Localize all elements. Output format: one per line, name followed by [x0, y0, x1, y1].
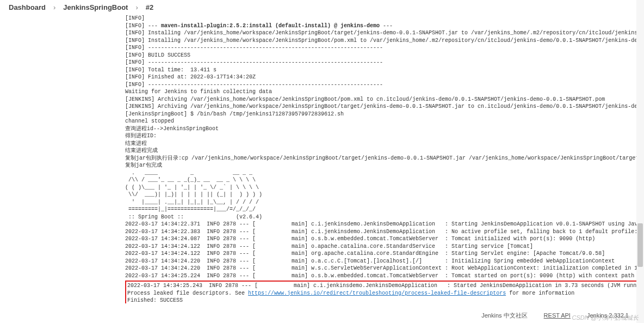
console-line: [INFO] Total time: 13.411 s [125, 66, 640, 74]
console-line: =========|_|==============|___/=/_/_/_/ [125, 206, 640, 214]
console-line: 查询进程id-->JenkinsSpringBoot [125, 125, 640, 133]
console-line: Finished: SUCCESS [127, 297, 644, 303]
breadcrumb-dashboard[interactable]: Dashboard [9, 3, 46, 11]
console-line: . ____ _ __ _ _ [125, 169, 640, 177]
console-line: channel stopped [125, 118, 640, 125]
footer-community-link[interactable]: Jenkins 中文社区 [481, 312, 527, 320]
console-line: ( ( )\___ | '_ | '_| | '_ \/ _` | \ \ \ … [125, 184, 640, 192]
console-line: 复制jar包完成 [125, 162, 640, 169]
breadcrumb-build[interactable]: #2 [146, 3, 153, 11]
console-line: [JenkinsSpringBoot] $ /bin/bash /tmp/jen… [125, 111, 640, 118]
console-line: [INFO] [125, 15, 640, 22]
page-footer: Jenkins 中文社区 REST API Jenkins 2.332.1 [481, 312, 629, 320]
console-line: 结束进程 [125, 140, 640, 148]
console-line: [INFO] Installing /var/jenkins_home/work… [125, 29, 640, 37]
console-line: :: Spring Boot :: (v2.6.4) [125, 214, 640, 221]
console-line: 2022-03-17 14:34:24.087 INFO 2878 --- [ … [125, 235, 640, 243]
console-output-region: [INFO][INFO] --- maven-install-plugin:2.… [0, 15, 644, 303]
console-line: [INFO] Installing /var/jenkins_home/work… [125, 37, 640, 45]
console-line: 2022-03-17 14:34:25.243 INFO 2878 --- [ … [127, 282, 644, 290]
console-line: 2022-03-17 14:34:25.224 INFO 2878 --- [ … [125, 272, 640, 280]
footer-version: Jenkins 2.332.1 [587, 312, 629, 319]
highlighted-result-box: 2022-03-17 14:34:25.243 INFO 2878 --- [ … [125, 281, 644, 303]
console-line: 得到进程ID: [125, 132, 640, 140]
console-line: /\\ / ___'_ __ _ _(_)_ __ __ _ \ \ \ \ [125, 176, 640, 184]
console-line: [INFO] --- maven-install-plugin:2.5.2:in… [125, 22, 640, 30]
console-line: [JENKINS] Archiving /var/jenkins_home/wo… [125, 103, 640, 111]
console-line: [JENKINS] Archiving /var/jenkins_home/wo… [125, 96, 640, 103]
leaked-fd-link[interactable]: https://www.jenkins.io/redirect/troubles… [248, 290, 506, 296]
console-line: Process leaked file descriptors. See htt… [127, 290, 644, 297]
console-line: [INFO] ---------------------------------… [125, 81, 640, 89]
console-line: \\/ ___)| |_)| | | | | || (_| | ) ) ) ) [125, 191, 640, 199]
console-line: 2022-03-17 14:34:24.122 INFO 2878 --- [ … [125, 250, 640, 258]
console-line: [INFO] ---------------------------------… [125, 44, 640, 52]
console-line: 2022-03-17 14:34:24.220 INFO 2878 --- [ … [125, 258, 640, 265]
scrollbar-thumb[interactable] [637, 223, 643, 267]
console-line: [INFO] ---------------------------------… [125, 59, 640, 66]
console-line: 2022-03-17 14:34:24.220 INFO 2878 --- [ … [125, 265, 640, 272]
chevron-right-icon: › [135, 3, 138, 11]
footer-rest-api-link[interactable]: REST API [544, 312, 571, 319]
console-line: 结束进程完成 [125, 147, 640, 155]
console-line: Waiting for Jenkins to finish collecting… [125, 88, 640, 96]
console-line: 复制jar包到执行目录:cp /var/jenkins_home/workspa… [125, 155, 640, 162]
console-line: ' |____| .__|_| |_|_| |_\__, | / / / / [125, 199, 640, 206]
console-output: [INFO][INFO] --- maven-install-plugin:2.… [125, 15, 640, 303]
chevron-right-icon: › [53, 3, 55, 11]
console-line: [INFO] BUILD SUCCESS [125, 52, 640, 59]
console-line: [INFO] Finished at: 2022-03-17T14:34:20Z [125, 74, 640, 81]
console-line: 2022-03-17 14:34:24.122 INFO 2878 --- [ … [125, 243, 640, 251]
breadcrumb: Dashboard › JenkinsSpringBoot › #2 [0, 0, 644, 15]
vertical-scrollbar[interactable] [636, 0, 644, 323]
console-line: 2022-03-17 14:34:22.383 INFO 2878 --- [ … [125, 228, 640, 236]
console-line: 2022-03-17 14:34:22.371 INFO 2878 --- [ … [125, 221, 640, 228]
breadcrumb-job[interactable]: JenkinsSpringBoot [63, 3, 128, 11]
